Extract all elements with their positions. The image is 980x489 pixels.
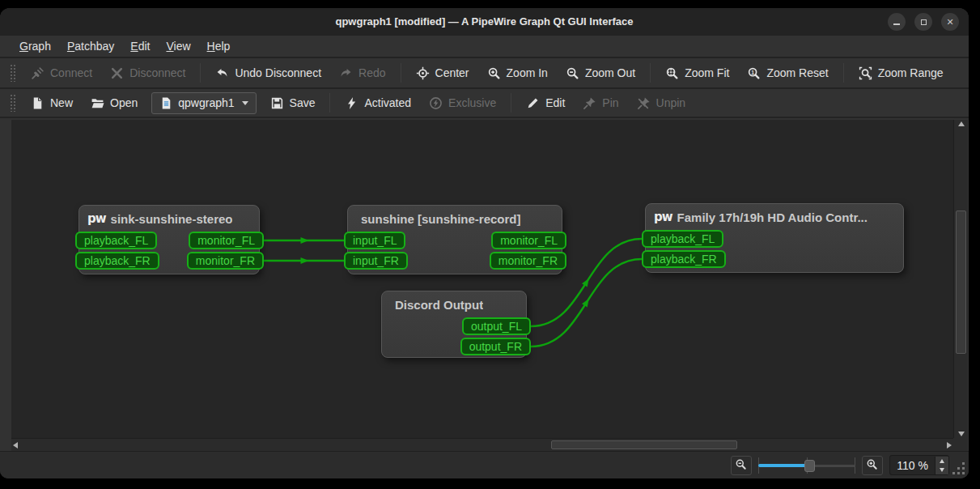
statusbar-zoom-out-button[interactable] xyxy=(731,456,752,475)
svg-text:1: 1 xyxy=(752,69,755,74)
edit-button[interactable]: Edit xyxy=(517,92,574,114)
new-button[interactable]: New xyxy=(22,92,82,114)
port-monitor-fl[interactable]: monitor_FL xyxy=(189,232,264,249)
toolbar-separator xyxy=(401,63,401,83)
zoom-value[interactable]: 110 % xyxy=(890,459,935,472)
open-button[interactable]: Open xyxy=(82,92,146,114)
port-monitor-fl[interactable]: monitor_FL xyxy=(491,232,566,249)
port-playback-fr[interactable]: playback_FR xyxy=(75,252,159,270)
patchbay-file-select[interactable]: qpwgraph1 xyxy=(151,92,256,114)
port-output-fl[interactable]: output_FL xyxy=(462,317,531,335)
graph-node-sunshine-sunshine-record[interactable]: sunshine [sunshine-record]input_FLmonito… xyxy=(347,205,562,274)
port-monitor-fr[interactable]: monitor_FR xyxy=(490,252,566,270)
statusbar: 110 % xyxy=(0,451,969,478)
toolbar-separator xyxy=(200,63,201,83)
graph-scene[interactable]: pwsink-sunshine-stereoplayback_FLmonitor… xyxy=(11,120,953,438)
edit-icon xyxy=(526,96,540,110)
node-title: sink-sunshine-stereo xyxy=(111,212,233,226)
vertical-scroll-handle[interactable] xyxy=(956,210,966,354)
undo-disconnect-button[interactable]: Undo Disconnect xyxy=(206,62,330,84)
zoom-reset-button[interactable]: 1Zoom Reset xyxy=(738,62,837,84)
scroll-right-arrow[interactable] xyxy=(947,439,952,451)
port-input-fr[interactable]: input_FR xyxy=(344,252,408,270)
pin-icon xyxy=(583,96,596,110)
menu-edit[interactable]: Edit xyxy=(122,37,158,55)
window-controls: ✕ xyxy=(888,13,959,31)
node-title-bar[interactable]: sunshine [sunshine-record] xyxy=(348,206,562,232)
node-title-bar[interactable]: Discord Output xyxy=(382,291,526,317)
zoom-spin-down-button[interactable] xyxy=(935,466,948,474)
scroll-left-arrow[interactable] xyxy=(13,439,18,451)
statusbar-zoom-in-button[interactable] xyxy=(862,456,883,475)
graph-canvas: pwsink-sunshine-stereoplayback_FLmonitor… xyxy=(11,120,968,451)
menu-help[interactable]: Help xyxy=(199,37,239,55)
exclusive-icon xyxy=(429,96,443,110)
toolbar-button-label: Pin xyxy=(602,96,618,109)
toolbar-button-label: Disconnect xyxy=(129,66,185,79)
toolbar-drag-handle[interactable] xyxy=(10,64,15,82)
minimize-button[interactable] xyxy=(888,13,906,31)
center-icon xyxy=(416,66,430,80)
port-row: input_FLmonitor_FL xyxy=(348,232,562,249)
port-row: output_FR xyxy=(382,338,526,355)
save-button[interactable]: Save xyxy=(261,92,325,114)
graph-node-sink-sunshine-stereo[interactable]: pwsink-sunshine-stereoplayback_FLmonitor… xyxy=(78,205,260,274)
toolbar-button-label: Undo Disconnect xyxy=(235,66,321,79)
port-monitor-fr[interactable]: monitor_FR xyxy=(187,252,264,270)
port-row: output_FL xyxy=(382,317,526,335)
window-title: qpwgraph1 [modified] — A PipeWire Graph … xyxy=(0,8,969,36)
zoom-in-icon xyxy=(487,66,501,80)
zoom-in-button[interactable]: Zoom In xyxy=(478,62,557,84)
toolbar-button-label: Edit xyxy=(545,96,565,109)
horizontal-scroll-handle[interactable] xyxy=(551,440,737,449)
zoom-spin-up-button[interactable] xyxy=(935,457,948,466)
minimize-icon xyxy=(893,23,900,25)
zoom-slider-handle[interactable] xyxy=(804,460,815,472)
activated-button[interactable]: Activated xyxy=(336,92,420,114)
zoom-out-button[interactable]: Zoom Out xyxy=(557,62,644,84)
undo-icon xyxy=(215,66,229,80)
toolbar-button-label: New xyxy=(50,96,73,109)
menu-patchbay[interactable]: Patchbay xyxy=(59,37,122,55)
qpwgraph-window: qpwgraph1 [modified] — A PipeWire Graph … xyxy=(0,8,969,478)
node-title: Family 17h/19h HD Audio Contr... xyxy=(677,210,868,224)
zoom-reset-icon: 1 xyxy=(747,66,761,80)
zoom-range-button[interactable]: Zoom Range xyxy=(850,62,952,84)
menu-graph[interactable]: Graph xyxy=(11,37,59,55)
save-icon xyxy=(270,96,284,110)
node-title: sunshine [sunshine-record] xyxy=(361,212,521,226)
redo-button: Redo xyxy=(330,62,394,84)
activated-icon xyxy=(345,96,358,110)
patchbay-file-name: qpwgraph1 xyxy=(178,96,234,109)
scroll-down-arrow[interactable] xyxy=(954,432,968,436)
graph-node-family-17h-19h-hd-audio-contr[interactable]: pwFamily 17h/19h HD Audio Contr...playba… xyxy=(645,203,904,273)
close-button[interactable]: ✕ xyxy=(941,13,959,31)
vertical-scrollbar[interactable] xyxy=(953,120,968,438)
connection-arrow-icon xyxy=(582,299,589,308)
horizontal-scrollbar[interactable] xyxy=(11,438,953,451)
port-output-fr[interactable]: output_FR xyxy=(460,338,531,355)
graph-node-discord-output[interactable]: Discord Outputoutput_FLoutput_FR xyxy=(381,291,527,358)
port-playback-fr[interactable]: playback_FR xyxy=(642,250,726,268)
toolbar-separator xyxy=(329,93,330,113)
center-button[interactable]: Center xyxy=(407,62,478,84)
exclusive-button: Exclusive xyxy=(420,92,505,114)
node-title-bar[interactable]: pwsink-sunshine-stereo xyxy=(79,206,259,232)
connection-arrow-icon xyxy=(301,257,309,264)
resize-grip[interactable] xyxy=(952,462,965,475)
titlebar[interactable]: qpwgraph1 [modified] — A PipeWire Graph … xyxy=(0,8,969,36)
zoom-spinbox[interactable]: 110 % xyxy=(889,455,949,475)
toolbar-button-label: Save xyxy=(290,96,316,109)
node-title-bar[interactable]: pwFamily 17h/19h HD Audio Contr... xyxy=(646,204,903,230)
menu-view[interactable]: View xyxy=(158,37,198,55)
port-input-fl[interactable]: input_FL xyxy=(344,232,405,249)
zoom-fit-button[interactable]: Zoom Fit xyxy=(656,62,738,84)
port-playback-fl[interactable]: playback_FL xyxy=(642,230,723,248)
maximize-button[interactable] xyxy=(914,13,932,31)
scroll-up-arrow[interactable] xyxy=(954,121,968,126)
zoom-slider[interactable] xyxy=(758,456,855,475)
connections-layer xyxy=(11,120,953,438)
pipewire-icon: pw xyxy=(87,213,106,225)
toolbar-drag-handle[interactable] xyxy=(10,94,15,112)
port-playback-fl[interactable]: playback_FL xyxy=(75,232,157,249)
